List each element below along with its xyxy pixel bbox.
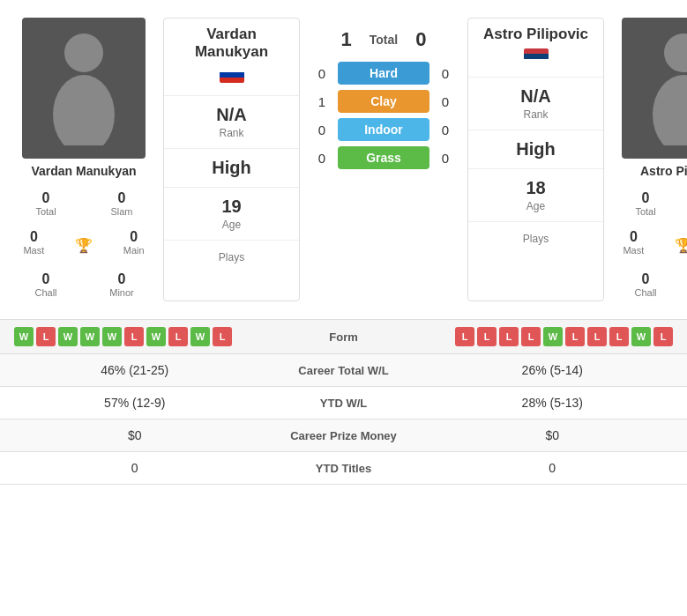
left-form-w3: W	[80, 327, 100, 346]
right-player-avatar	[622, 18, 687, 159]
left-plays-box: Plays	[164, 240, 299, 272]
left-trophy-row: 0 Mast 🏆 0 Main	[9, 226, 159, 259]
surface-row-hard: 0 Hard 0	[313, 62, 454, 85]
career-prize-label: Career Prize Money	[256, 429, 432, 442]
right-player-name: Astro Pilipovic	[640, 164, 687, 178]
svg-point-3	[653, 75, 687, 145]
right-form-l8: L	[653, 327, 673, 346]
left-form-w1: W	[14, 327, 34, 346]
right-mast-stat: 0 Mast	[609, 226, 659, 259]
center-column: 1 Total 0 0 Hard 0 1 Clay 0	[304, 18, 463, 301]
right-name-block: Astro Pilipovic	[468, 19, 603, 77]
right-bottom-stats: 0 Chall 0 Minor	[609, 268, 687, 301]
left-form-w4: W	[102, 327, 122, 346]
ytd-titles-left: 0	[14, 461, 256, 475]
svg-point-1	[53, 75, 115, 145]
hard-badge: Hard	[338, 62, 429, 85]
form-row: W L W W W L W L W L Form L L L L W L L L	[0, 320, 687, 354]
right-middle-stats: Astro Pilipovic N/A Rank High 18 Age Pla…	[467, 18, 604, 301]
ytd-wl-row: 57% (12-9) YTD W/L 28% (5-13)	[0, 387, 687, 419]
left-form-w2: W	[58, 327, 78, 346]
left-age-box: 19 Age	[164, 187, 299, 240]
left-form-w6: W	[190, 327, 210, 346]
right-total-stat: 0 Total	[609, 187, 683, 220]
left-player-name: Vardan Manukyan	[31, 164, 136, 178]
surface-row-clay: 1 Clay 0	[313, 90, 454, 113]
left-mast-stat: 0 Mast	[9, 226, 59, 259]
left-rank-box: N/A Rank	[164, 95, 299, 148]
left-total-stat: 0 Total	[9, 187, 83, 220]
left-bottom-stats: 0 Chall 0 Minor	[9, 268, 159, 301]
surface-rows: 0 Hard 0 1 Clay 0 0 Indoor 0	[304, 58, 463, 173]
left-player-stats: 0 Total 0 Slam	[9, 187, 159, 220]
right-player-stats: 0 Total 0 Slam	[609, 187, 687, 220]
svg-point-2	[664, 33, 687, 72]
left-form-badges: W L W W W L W L W L	[14, 327, 291, 346]
total-score-right: 0	[415, 28, 426, 51]
grass-badge: Grass	[338, 146, 429, 169]
left-trophy-icon: 🏆	[59, 232, 109, 254]
right-form-l7: L	[609, 327, 629, 346]
left-form-l3: L	[168, 327, 188, 346]
career-prize-right: $0	[432, 428, 674, 442]
right-player-card: Astro Pilipovic 0 Total 0 Slam 0 Mast 🏆	[609, 18, 687, 301]
ytd-titles-row: 0 YTD Titles 0	[0, 452, 687, 485]
total-label: Total	[370, 33, 398, 47]
career-total-right: 26% (5-14)	[432, 363, 674, 377]
right-form-l1: L	[455, 327, 474, 346]
career-total-left: 46% (21-25)	[14, 363, 256, 377]
right-age-box: 18 Age	[468, 168, 603, 221]
left-form-w5: W	[146, 327, 166, 346]
left-flag	[220, 67, 244, 83]
ytd-wl-right: 28% (5-13)	[432, 396, 674, 410]
form-label: Form	[291, 330, 397, 344]
svg-point-0	[64, 33, 103, 72]
left-middle-stats: Vardan Manukyan N/A Rank High 19 Age Pla…	[163, 18, 300, 301]
left-high-box: High	[164, 148, 299, 187]
right-high-box: High	[468, 130, 603, 168]
right-form-w2: W	[631, 327, 651, 346]
right-flag-container	[477, 45, 594, 68]
right-plays-box: Plays	[468, 221, 603, 254]
right-form-badges: L L L L W L L L W L	[397, 327, 674, 346]
career-prize-row: $0 Career Prize Money $0	[0, 419, 687, 452]
left-slam-stat: 0 Slam	[85, 187, 159, 220]
indoor-badge: Indoor	[338, 118, 429, 141]
total-score-left: 1	[341, 28, 352, 51]
left-chall-stat: 0 Chall	[9, 268, 83, 301]
top-section: Vardan Manukyan 0 Total 0 Slam 0 Mast 🏆	[0, 0, 687, 310]
right-form-l5: L	[565, 327, 585, 346]
form-section: W L W W W L W L W L Form L L L L W L L L	[0, 319, 687, 485]
surface-row-indoor: 0 Indoor 0	[313, 118, 454, 141]
left-form-l2: L	[124, 327, 144, 346]
left-minor-stat: 0 Minor	[85, 268, 159, 301]
right-chall-stat: 0 Chall	[609, 268, 683, 301]
career-prize-left: $0	[14, 428, 256, 442]
right-form-l3: L	[499, 327, 519, 346]
right-trophy-icon: 🏆	[659, 232, 687, 254]
ytd-wl-label: YTD W/L	[256, 397, 432, 410]
clay-badge: Clay	[338, 90, 429, 113]
ytd-titles-label: YTD Titles	[256, 462, 432, 475]
right-form-l4: L	[521, 327, 541, 346]
right-form-l2: L	[477, 327, 497, 346]
surface-row-grass: 0 Grass 0	[313, 146, 454, 169]
left-name-block: Vardan Manukyan	[164, 19, 299, 95]
career-total-label: Career Total W/L	[256, 364, 432, 377]
right-trophy-row: 0 Mast 🏆 0 Main	[609, 226, 687, 259]
right-form-l6: L	[587, 327, 607, 346]
left-player-avatar	[22, 18, 146, 159]
career-stats-table: 46% (21-25) Career Total W/L 26% (5-14) …	[0, 354, 687, 485]
left-form-l4: L	[213, 327, 232, 346]
main-container: Vardan Manukyan 0 Total 0 Slam 0 Mast 🏆	[0, 0, 687, 485]
ytd-wl-left: 57% (12-9)	[14, 396, 256, 410]
career-total-row: 46% (21-25) Career Total W/L 26% (5-14)	[0, 354, 687, 387]
left-form-l1: L	[36, 327, 56, 346]
left-main-stat: 0 Main	[108, 226, 159, 259]
ytd-titles-right: 0	[432, 461, 674, 475]
total-row: 1 Total 0	[304, 18, 463, 58]
right-flag	[524, 48, 549, 64]
right-form-w1: W	[543, 327, 563, 346]
left-flag-container	[173, 63, 290, 86]
right-rank-box: N/A Rank	[468, 77, 603, 130]
